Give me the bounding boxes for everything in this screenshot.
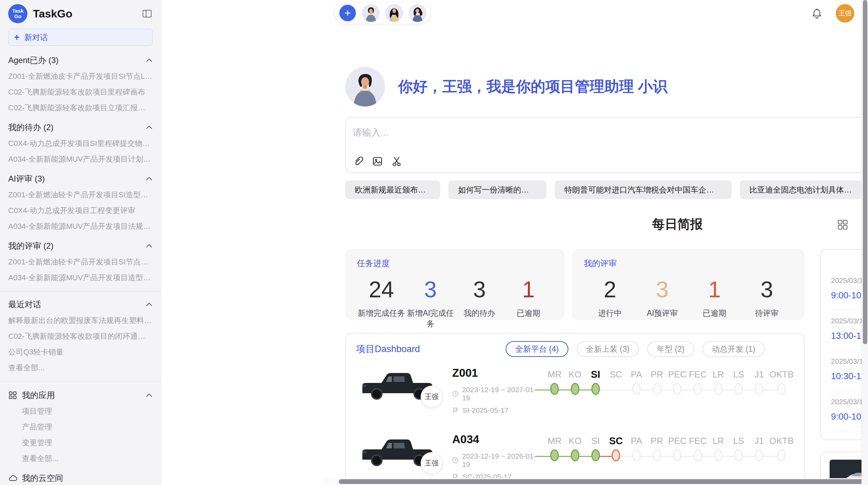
app-item-product-mgmt[interactable]: 产品管理	[22, 422, 153, 432]
avatar[interactable]	[385, 4, 403, 22]
milestone-ls: LS	[728, 367, 749, 398]
table-row[interactable]: 王强 Z001 2023-12-19 ~ 2027-01-19 SI-2025-…	[356, 366, 794, 414]
view-all-chats-link[interactable]: 查看全部...	[8, 363, 153, 373]
list-item[interactable]: A034-全新新能源MUV产品开发项目法规符合性评审	[8, 221, 153, 232]
section-my-review[interactable]: 我的评审 (2)	[8, 240, 153, 251]
milestone-label: PEC	[667, 434, 688, 448]
list-item[interactable]: C02-飞腾新能源轻客改款项目立项汇报方案	[8, 103, 153, 113]
divider	[0, 291, 161, 291]
avatar[interactable]	[362, 4, 380, 22]
add-session-button[interactable]: +	[339, 4, 357, 22]
section-title-label: 我的评审 (2)	[8, 240, 53, 251]
milestone-dot	[734, 383, 743, 395]
milestone-oktb: OKTB	[769, 434, 794, 464]
app-item-project-mgmt[interactable]: 项目管理	[22, 406, 153, 416]
suggestion-chip[interactable]: 如何写一份清晰的项目周报	[448, 181, 546, 199]
list-item[interactable]: 公司Q3轻卡销量	[8, 347, 153, 357]
section-ai-review[interactable]: AI评审 (3)	[8, 173, 153, 184]
list-item[interactable]: C02-飞腾新能源轻客改款项目里程碑画布	[8, 87, 153, 97]
suggestion-chip[interactable]: 特朗普可能对进口汽车增税会对中国车企造成哪些影响	[555, 181, 732, 199]
stat-value: 3	[636, 276, 689, 302]
list-item[interactable]: A034-全新新能源MUV产品开发项目计划变更表编写	[8, 154, 153, 164]
project-dashboard-card: 项目Dashboard 全新平台 (4) 全新上装 (3) 年型 (2) 动总开…	[345, 333, 805, 485]
new-chat-label: 新对话	[24, 32, 48, 43]
attachment-icon[interactable]	[353, 156, 364, 167]
chevron-up-icon[interactable]	[146, 176, 153, 181]
milestone-pa: PA	[626, 434, 647, 464]
horizontal-scrollbar-thumb[interactable]	[339, 479, 868, 484]
plus-icon: +	[14, 33, 20, 42]
horizontal-scrollbar	[322, 478, 862, 485]
milestone-label: J1	[749, 434, 770, 448]
main-content: + 王强 你好，王强，我是你的项目管理助理 小识 请输入...	[161, 0, 868, 485]
cloud-icon	[8, 474, 17, 483]
milestone-label: SC	[606, 434, 626, 448]
list-item[interactable]: Z001-全新燃油皮卡产品开发项目SI节点Lesson Learn报告	[8, 71, 153, 82]
milestone-dot	[571, 449, 579, 461]
milestone-dot	[632, 449, 641, 461]
person-avatar-icon	[362, 4, 380, 22]
my-apps-header[interactable]: 我的应用	[8, 390, 153, 401]
chevron-up-icon[interactable]	[146, 244, 153, 248]
layout-grid-icon[interactable]	[836, 219, 849, 231]
logo-text-bottom: Go	[14, 14, 22, 19]
list-item[interactable]: C0X4-动力总成开发项目工程变更评审	[8, 206, 153, 216]
chevron-up-icon[interactable]	[146, 125, 153, 130]
milestone-pa: PA	[626, 367, 647, 398]
my-cloud-space-label: 我的云空间	[22, 473, 63, 484]
user-avatar[interactable]: 王强	[836, 4, 854, 23]
section-agent-done[interactable]: Agent已办 (3)	[8, 55, 153, 66]
table-row[interactable]: 王强 A034 2023-12-19 ~ 2026-01-19 SC-2025-…	[356, 433, 794, 481]
tab-new-platform[interactable]: 全新平台 (4)	[506, 341, 568, 357]
milestone-label: LS	[728, 367, 749, 382]
chevron-up-icon[interactable]	[146, 393, 153, 398]
stat-review-overdue: 1 已逾期	[688, 276, 741, 319]
avatar[interactable]	[409, 4, 426, 22]
section-my-todo[interactable]: 我的待办 (2)	[8, 122, 153, 133]
notification-bell-icon[interactable]	[811, 8, 823, 19]
chevron-up-icon[interactable]	[146, 58, 153, 63]
list-item[interactable]: C02-飞腾新能源轻客改款项目的闭环通告反馈情况	[8, 331, 153, 341]
logo-text-top: Task	[12, 8, 23, 14]
milestone-label: PA	[626, 367, 647, 382]
milestone-lr: LR	[708, 434, 728, 464]
milestone-pec: PEC	[667, 434, 688, 464]
tab-model-year[interactable]: 年型 (2)	[647, 341, 694, 357]
milestone-label: MR	[544, 434, 565, 448]
app-item-change-mgmt[interactable]: 变更管理	[22, 438, 153, 448]
milestone-label: PR	[647, 367, 667, 382]
chevron-up-icon[interactable]	[146, 302, 153, 307]
suggestion-chip[interactable]: 欧洲新规最近颁布了什么?	[345, 181, 440, 199]
milestone-sc: SC	[606, 367, 626, 398]
scissors-icon[interactable]	[391, 156, 402, 167]
milestone-label: FEC	[688, 367, 708, 382]
my-review-grid: 2 进行中 3 AI预评审 1 已逾期 3 待评审	[584, 276, 793, 319]
list-item[interactable]: Z001-全新燃油轻卡产品开发项目SI造型提交物评审	[8, 190, 153, 200]
milestone-dot	[755, 383, 763, 395]
suggestion-chip[interactable]: 比亚迪全固态电池计划具体说了什么	[740, 181, 864, 199]
image-upload-icon[interactable]	[372, 156, 383, 167]
new-chat-button[interactable]: + 新对话	[8, 29, 153, 46]
view-all-apps-link[interactable]: 查看全部...	[22, 453, 153, 464]
section-recent-chats[interactable]: 最近对话	[8, 299, 153, 310]
stat-label: 新增完成任务	[357, 308, 406, 319]
section-title-label: Agent已办 (3)	[8, 55, 59, 66]
stat-ai-prereview: 3 AI预评审	[636, 276, 689, 319]
hero: 你好，王强，我是你的项目管理助理 小识	[345, 67, 667, 107]
stat-value: 1	[688, 276, 741, 302]
milestone-track: MRKOSISCPAPRPECFECLRLSJ1OKTB	[544, 366, 794, 398]
tab-powertrain[interactable]: 动总开发 (1)	[702, 341, 765, 357]
vertical-scrollbar-thumb[interactable]	[863, 0, 867, 344]
my-cloud-space[interactable]: 我的云空间	[8, 473, 153, 484]
milestone-dot	[571, 383, 579, 395]
list-item[interactable]: C0X4-动力总成开发项目SI里程碑提交物检查	[8, 138, 153, 149]
list-item[interactable]: Z001-全新燃油轻卡产品开发项目SI节点属性5D文件评审	[8, 257, 153, 267]
list-item[interactable]: 解释最新出台的欧盟报废车法规再生塑料比例被调至15%...	[8, 315, 153, 326]
tab-new-body[interactable]: 全新上装 (3)	[577, 341, 639, 357]
stat-new-completed: 24 新增完成任务	[357, 276, 406, 329]
list-item[interactable]: A034-全新新能源MUV产品开发项目造型可行性评审	[8, 273, 153, 283]
person-avatar-icon	[409, 4, 426, 22]
chat-input-box[interactable]: 请输入...	[345, 117, 868, 173]
sidebar-collapse-icon[interactable]	[142, 8, 153, 19]
milestone-sc: SC	[606, 434, 626, 464]
